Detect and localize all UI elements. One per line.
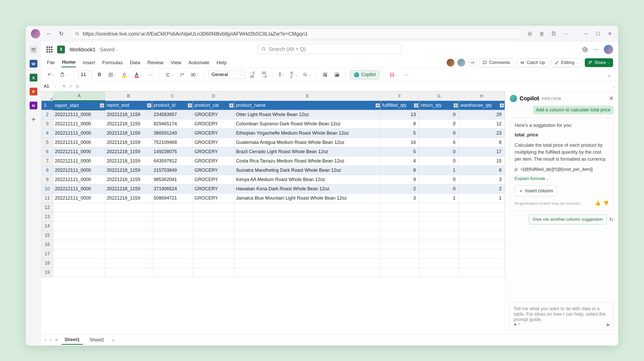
cell[interactable]: 8 bbox=[381, 166, 419, 175]
cell[interactable] bbox=[381, 240, 419, 249]
cell[interactable] bbox=[381, 203, 419, 212]
cell[interactable] bbox=[234, 249, 381, 259]
cell[interactable] bbox=[53, 221, 105, 231]
cell[interactable] bbox=[459, 249, 505, 259]
rail-add-app-icon[interactable]: + bbox=[30, 116, 37, 123]
presence-more-count[interactable]: +4 bbox=[468, 59, 476, 67]
copilot-ribbon-button[interactable]: Copilot bbox=[350, 70, 379, 79]
cell[interactable]: 5 bbox=[381, 129, 419, 138]
cell[interactable]: 16 bbox=[381, 138, 419, 147]
copilot-prompt-input[interactable]: Tell me what you want to do with data in… bbox=[510, 302, 614, 331]
add-sheet-button[interactable]: ＋ bbox=[111, 337, 116, 343]
row-header[interactable]: 19 bbox=[41, 268, 53, 277]
more-icon[interactable]: ⋯ bbox=[562, 30, 569, 37]
cell[interactable] bbox=[53, 212, 105, 221]
cell[interactable] bbox=[152, 212, 193, 221]
ribbon-tab-review[interactable]: Review bbox=[147, 58, 164, 67]
cell[interactable]: GROCERY bbox=[193, 119, 234, 129]
row-header[interactable]: 12 bbox=[41, 203, 53, 212]
increase-decimal-button[interactable]: .00→0 bbox=[259, 70, 268, 79]
ribbon-tab-help[interactable]: Help bbox=[216, 58, 227, 67]
decrease-decimal-button[interactable]: ←0.00 bbox=[247, 70, 257, 79]
cell[interactable] bbox=[193, 259, 234, 268]
rail-browser-tab-icon[interactable] bbox=[30, 46, 37, 54]
row-header[interactable]: 15 bbox=[41, 231, 53, 240]
cell[interactable]: 20221218_1159 bbox=[105, 138, 152, 147]
formula-input[interactable] bbox=[82, 81, 609, 91]
cell[interactable] bbox=[53, 231, 105, 240]
paste-button[interactable]: ⌵ bbox=[58, 70, 69, 79]
cell[interactable]: 6 bbox=[419, 138, 459, 147]
cell[interactable] bbox=[234, 203, 381, 212]
cell[interactable] bbox=[459, 203, 505, 212]
row-header[interactable]: 13 bbox=[41, 212, 53, 221]
editing-mode-button[interactable]: Editing ⌵ bbox=[552, 58, 582, 67]
cell[interactable] bbox=[459, 268, 505, 277]
row-header[interactable]: 14 bbox=[41, 221, 53, 231]
cell[interactable]: 752109468 bbox=[152, 138, 193, 147]
cell[interactable]: 202212111_0000 bbox=[53, 166, 105, 175]
cell[interactable]: GROCERY bbox=[193, 147, 234, 157]
cell[interactable] bbox=[105, 259, 152, 268]
cell[interactable]: Ethiopian Yirgacheffe Medium Roast Whole… bbox=[234, 129, 381, 138]
cell[interactable]: 0 bbox=[419, 119, 459, 129]
cell[interactable] bbox=[381, 231, 419, 240]
filter-dropdown-icon[interactable]: ▾ bbox=[147, 103, 151, 108]
cell[interactable]: 20221218_1159 bbox=[105, 166, 152, 175]
cell[interactable] bbox=[193, 212, 234, 221]
share-button[interactable]: Share ⌵ bbox=[585, 58, 613, 67]
cell[interactable] bbox=[234, 268, 381, 277]
sheet-list-icon[interactable]: ≡ bbox=[55, 337, 58, 343]
fill-color-button[interactable]: ⌵ bbox=[120, 70, 131, 79]
row-header[interactable]: 4 bbox=[41, 129, 53, 138]
wrap-text-button[interactable] bbox=[177, 70, 187, 79]
cell[interactable] bbox=[234, 221, 381, 231]
comments-button[interactable]: Comments bbox=[479, 58, 514, 67]
column-header-G[interactable]: G bbox=[419, 92, 459, 101]
column-header-A[interactable]: A bbox=[53, 92, 105, 101]
insert-column-button[interactable]: ＋ Insert column bbox=[515, 185, 557, 196]
ribbon-tab-data[interactable]: Data bbox=[129, 58, 141, 67]
table-header-cell[interactable]: product_cat▾ bbox=[193, 101, 234, 110]
ribbon-more-icon[interactable]: ⋯ bbox=[402, 70, 411, 79]
font-size-input[interactable]: 11⌵ bbox=[78, 71, 92, 79]
cell[interactable]: 0 bbox=[419, 110, 459, 119]
cell[interactable]: Kenya AA Medium Roast Whole Bean 12oz bbox=[234, 175, 381, 184]
sparkle-icon[interactable]: ✦⁺ bbox=[513, 322, 520, 328]
column-header-E[interactable]: E bbox=[234, 92, 381, 101]
cell[interactable]: 3 bbox=[459, 175, 505, 184]
cell[interactable] bbox=[234, 259, 381, 268]
filter-dropdown-icon[interactable]: ▾ bbox=[229, 103, 233, 108]
cell[interactable] bbox=[105, 240, 152, 249]
bold-button[interactable]: B bbox=[95, 70, 104, 79]
rail-powerpoint-icon[interactable]: P bbox=[30, 88, 37, 95]
cell[interactable]: 202212111_0000 bbox=[53, 184, 105, 194]
ribbon-tab-formulas[interactable]: Formulas bbox=[102, 58, 123, 67]
cell[interactable]: 13 bbox=[381, 110, 419, 119]
cell[interactable]: GROCERY bbox=[193, 138, 234, 147]
profile-avatar[interactable] bbox=[31, 29, 40, 38]
cell[interactable] bbox=[459, 259, 505, 268]
filter-dropdown-icon[interactable]: ▾ bbox=[188, 103, 192, 108]
cell[interactable]: 5 bbox=[381, 147, 419, 157]
cell[interactable]: 371906524 bbox=[152, 184, 193, 194]
expand-formula-bar-icon[interactable]: ⌵ bbox=[609, 84, 618, 89]
name-box[interactable]: A1⌵ bbox=[41, 81, 59, 91]
row-header[interactable]: 6 bbox=[41, 147, 53, 157]
cell[interactable] bbox=[381, 268, 419, 277]
cell[interactable] bbox=[152, 268, 193, 277]
table-header-cell[interactable]: warehouse_qty▾ bbox=[459, 101, 505, 110]
cell[interactable]: Costa Rica Tarrazu Medium Roast Whole Be… bbox=[234, 157, 381, 166]
cell[interactable]: 0 bbox=[419, 147, 459, 157]
ribbon-tab-home[interactable]: Home bbox=[62, 58, 76, 67]
sort-filter-button[interactable]: A↓Z⌵ bbox=[289, 70, 299, 79]
cell[interactable] bbox=[234, 240, 381, 249]
cell[interactable] bbox=[419, 249, 459, 259]
cell[interactable] bbox=[459, 221, 505, 231]
enter-formula-icon[interactable]: ✓ bbox=[69, 84, 73, 89]
cell[interactable]: 23 bbox=[459, 129, 505, 138]
cell[interactable]: GROCERY bbox=[193, 110, 234, 119]
settings-icon[interactable] bbox=[582, 47, 588, 52]
cell[interactable]: 4 bbox=[381, 157, 419, 166]
cell[interactable]: 0 bbox=[419, 184, 459, 194]
